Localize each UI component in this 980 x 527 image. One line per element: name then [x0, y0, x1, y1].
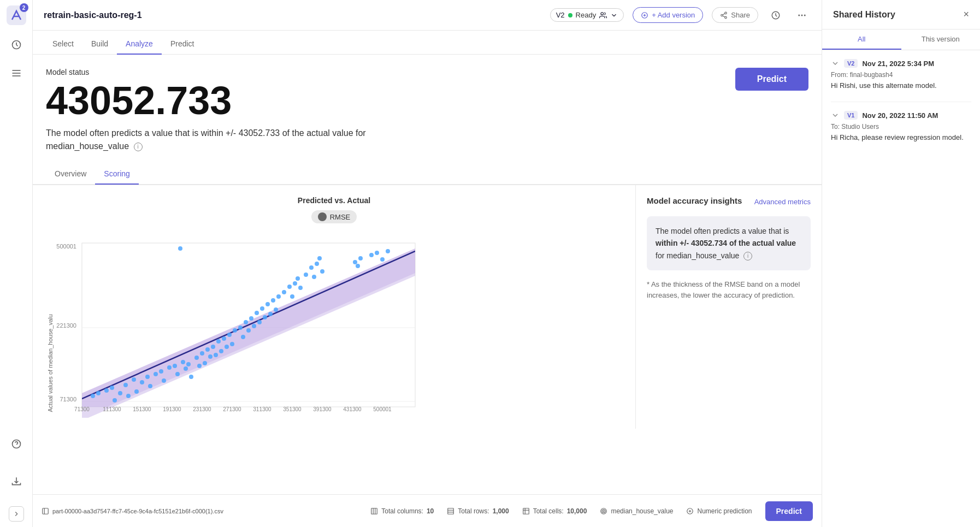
bottom-bar: part-00000-aa3d7547-ffc7-45ce-9c4a-fc515…	[33, 494, 822, 527]
history-icon-button[interactable]	[767, 7, 784, 24]
accuracy-card-text: The model often predicts a value that is…	[656, 225, 802, 262]
svg-point-81	[268, 312, 273, 316]
svg-text:151300: 151300	[133, 406, 151, 412]
rmse-toggle[interactable]: RMSE	[44, 210, 624, 223]
svg-point-95	[317, 256, 322, 260]
sub-tab-overview[interactable]: Overview	[46, 164, 95, 185]
cells-value: 10,000	[567, 507, 587, 515]
tab-build[interactable]: Build	[82, 34, 117, 55]
tab-select[interactable]: Select	[44, 34, 82, 55]
svg-point-49	[173, 364, 177, 368]
right-panel-tab-all[interactable]: All	[822, 29, 901, 50]
svg-point-75	[252, 324, 256, 328]
version-status-badge[interactable]: V2 Ready	[550, 8, 624, 22]
svg-text:191300: 191300	[163, 406, 181, 412]
right-panel: Shared History × All This version V2 Nov…	[822, 0, 980, 527]
svg-text:Predicted values of median_hou: Predicted values of median_house_value	[191, 417, 311, 418]
history-msg-v1: Hi Richa, please review regression model…	[831, 133, 971, 143]
collapse-icon-v2[interactable]	[831, 59, 840, 68]
svg-point-38	[123, 383, 128, 387]
file-name: part-00000-aa3d7547-ffc7-45ce-9c4a-fc515…	[52, 508, 223, 514]
history-msg-v2: Hi Rishi, use this alternate model.	[831, 81, 971, 91]
ellipsis-icon	[797, 10, 807, 20]
bottom-file-info: part-00000-aa3d7547-ffc7-45ce-9c4a-fc515…	[42, 507, 357, 515]
close-panel-button[interactable]: ×	[963, 9, 969, 20]
add-version-button[interactable]: + Add version	[633, 7, 703, 23]
sub-tabs: Overview Scoring	[33, 164, 822, 185]
app-header: retrain-basic-auto-reg-1 V2 Ready + Add …	[33, 0, 822, 31]
main-content: Model status 43052.733 The model often p…	[33, 55, 822, 494]
svg-line-16	[723, 13, 725, 14]
accuracy-note: * As the thickness of the RMSE band on a…	[647, 279, 811, 300]
right-panel-header: Shared History ×	[822, 0, 980, 29]
accuracy-info-icon[interactable]: i	[743, 252, 752, 260]
svg-line-15	[723, 15, 725, 16]
version-chip-v2: V2	[844, 59, 858, 68]
svg-point-76	[255, 311, 259, 315]
rmse-toggle-pill[interactable]: RMSE	[311, 210, 357, 223]
app-logo[interactable]: 2	[7, 5, 26, 25]
svg-point-101	[369, 253, 374, 257]
model-rmse-value: 43052.733	[46, 81, 735, 120]
svg-point-20	[804, 14, 806, 16]
svg-point-98	[353, 260, 357, 264]
svg-text:231300: 231300	[193, 406, 211, 412]
accuracy-title: Model accuracy insights	[647, 196, 742, 205]
collapse-icon-v1[interactable]	[831, 111, 840, 120]
share-button[interactable]: Share	[712, 7, 758, 23]
more-options-button[interactable]	[793, 7, 811, 24]
right-panel-tabs: All This version	[822, 29, 980, 50]
sidebar-expand-button[interactable]	[9, 506, 24, 522]
rmse-label: RMSE	[330, 213, 351, 221]
share-icon	[720, 11, 728, 19]
svg-point-43	[145, 375, 150, 379]
sidebar-menu-icon[interactable]	[8, 64, 25, 82]
svg-point-65	[222, 336, 226, 341]
rows-value: 1,000	[493, 507, 509, 515]
predict-bottom-button[interactable]: Predict	[765, 501, 813, 521]
status-text: Ready	[576, 11, 597, 19]
chart-section: Predicted vs. Actual RMSE Actual values …	[33, 185, 822, 429]
svg-point-52	[184, 366, 188, 371]
svg-point-100	[358, 256, 363, 260]
history-item-v2-header: V2 Nov 21, 2022 5:34 PM	[831, 59, 971, 68]
model-status-section: Model status 43052.733 The model often p…	[46, 68, 808, 153]
svg-point-36	[113, 398, 117, 402]
tab-analyze[interactable]: Analyze	[117, 34, 162, 55]
sidebar-export-icon[interactable]	[8, 472, 25, 490]
svg-point-53	[186, 362, 191, 366]
tab-predict[interactable]: Predict	[162, 34, 203, 55]
svg-point-19	[801, 14, 803, 16]
chart-title: Predicted vs. Actual	[44, 196, 624, 205]
sidebar-help-icon[interactable]	[8, 435, 25, 453]
svg-point-85	[282, 290, 286, 294]
svg-point-48	[167, 365, 172, 370]
total-cells-stat: Total cells: 10,000	[522, 507, 587, 515]
numeric-icon	[686, 507, 694, 515]
columns-icon	[370, 507, 378, 515]
predict-main-button[interactable]: Predict	[735, 68, 808, 91]
prediction-type-info: Numeric prediction	[686, 507, 752, 515]
history-item-v1: V1 Nov 20, 2022 11:50 AM To: Studio User…	[831, 111, 971, 143]
svg-point-54	[189, 375, 193, 379]
sub-tab-scoring[interactable]: Scoring	[95, 164, 138, 185]
chart-container: Predicted vs. Actual RMSE Actual values …	[33, 185, 636, 429]
svg-point-83	[274, 307, 278, 312]
svg-point-57	[200, 351, 204, 356]
svg-point-18	[798, 14, 800, 16]
history-from-v2: From: final-bugbash4	[831, 71, 971, 79]
description-info-icon[interactable]: i	[134, 143, 143, 151]
svg-point-40	[132, 377, 136, 382]
notification-badge: 2	[20, 3, 28, 12]
advanced-metrics-link[interactable]: Advanced metrics	[754, 198, 811, 206]
y-axis-label: Actual values of median_house_valu	[47, 314, 54, 412]
svg-point-91	[304, 273, 308, 277]
sidebar-history-icon[interactable]	[8, 36, 25, 54]
svg-text:431300: 431300	[343, 406, 362, 412]
total-columns-stat: Total columns: 10	[370, 507, 434, 515]
right-panel-tab-version[interactable]: This version	[901, 29, 981, 50]
svg-point-102	[375, 251, 379, 255]
svg-point-94	[315, 262, 319, 266]
navigation-tabs: Select Build Analyze Predict	[33, 31, 822, 55]
svg-point-72	[244, 320, 248, 324]
